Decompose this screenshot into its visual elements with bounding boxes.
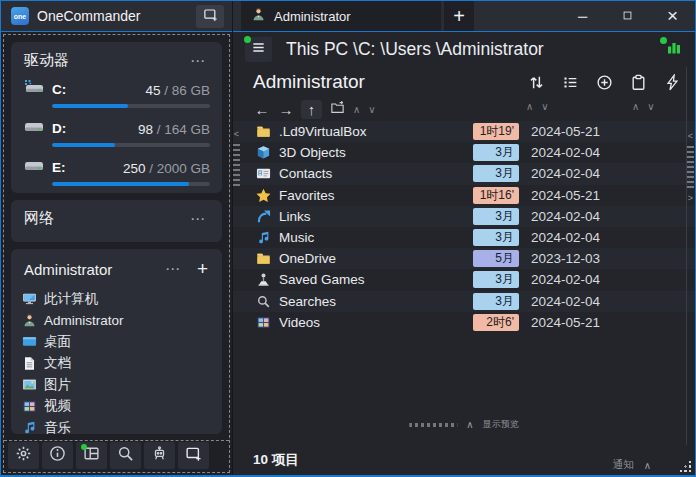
sidebar-item-文档[interactable]: 文档 (21, 353, 216, 375)
sort-button[interactable] (528, 74, 545, 91)
favorites-menu-button[interactable]: ⋯ (161, 260, 185, 278)
drives-menu-button[interactable]: ⋯ (186, 52, 210, 70)
collapse-right-icon[interactable]: < (688, 131, 693, 141)
modified-date: 2024-02-04 (531, 272, 611, 287)
desktop-icon (21, 334, 37, 349)
modified-badge: 2时6' (473, 314, 519, 331)
resize-grip[interactable] (677, 460, 692, 473)
new-window-icon (185, 445, 202, 466)
film-icon (21, 399, 37, 414)
table-row[interactable]: .Ld9VirtualBox 1时19' 2024-05-21 (233, 121, 695, 142)
file-name: Favorites (279, 188, 473, 203)
table-row[interactable]: Music 3月 2024-02-04 (233, 227, 695, 248)
onecommander-window: one OneCommander 驱动器 ⋯ C: 45 / 86 GB D: (0, 0, 696, 477)
new-window-button-2[interactable] (178, 442, 209, 469)
preview-toggle[interactable]: ∧ 显示预览 (409, 418, 518, 431)
table-row[interactable]: Links 3月 2024-02-04 (233, 206, 695, 227)
history-down-button[interactable]: ∨ (364, 104, 379, 115)
table-row[interactable]: OneDrive 5月 2023-12-03 (233, 248, 695, 269)
app-titlebar[interactable]: one OneCommander (1, 1, 232, 32)
file-list: .Ld9VirtualBox 1时19' 2024-05-21 3D Objec… (233, 121, 695, 333)
drive-total: / 2000 GB (145, 161, 210, 176)
notifications-label[interactable]: 通知 (613, 458, 634, 472)
modified-badge: 3月 (473, 271, 519, 288)
path-menu-button[interactable] (245, 37, 272, 62)
layout-button[interactable] (76, 442, 107, 469)
drag-grip[interactable] (409, 423, 457, 427)
network-menu-button[interactable]: ⋯ (186, 210, 210, 228)
new-window-button[interactable] (196, 5, 224, 28)
nav-row: ← → ↑ ∧ ∨ ∧∨ ∧∨ (233, 97, 695, 121)
maximize-button[interactable] (605, 1, 650, 31)
sidebar-item-视频[interactable]: 视频 (21, 396, 216, 418)
favorites-add-button[interactable]: + (185, 258, 210, 280)
paste-button[interactable] (630, 74, 647, 91)
open-folder-button[interactable] (325, 100, 349, 119)
items-count: 10 项目 (253, 451, 299, 469)
music-icon (21, 420, 37, 434)
sidebar-item-Administrator[interactable]: Administrator (21, 310, 216, 332)
new-window-icon (203, 7, 218, 26)
splitter-grip[interactable] (687, 146, 694, 188)
table-row[interactable]: Saved Games 3月 2024-02-04 (233, 269, 695, 290)
search-button[interactable] (110, 442, 141, 469)
modified-badge: 1时19' (473, 123, 519, 140)
date-column-sort[interactable]: ∧∨ (632, 101, 663, 112)
table-row[interactable]: 3D Objects 3月 2024-02-04 (233, 142, 695, 163)
left-panel: one OneCommander 驱动器 ⋯ C: 45 / 86 GB D: (1, 1, 233, 475)
file-name: OneDrive (279, 251, 473, 266)
close-button[interactable]: × (650, 1, 695, 31)
app-logo-icon: one (11, 7, 29, 25)
tab-administrator[interactable]: Administrator (241, 1, 441, 31)
star-icon (255, 188, 272, 203)
table-row[interactable]: Searches 3月 2024-02-04 (233, 291, 695, 312)
column-view-button[interactable] (663, 39, 685, 61)
view-mode-button[interactable] (562, 74, 579, 91)
lightning-icon (664, 74, 681, 91)
left-splitter[interactable]: < (233, 129, 240, 191)
new-tab-button[interactable]: + (444, 1, 474, 31)
back-button[interactable]: ← (250, 101, 274, 118)
drive-total: / 164 GB (153, 122, 210, 137)
modified-date: 2024-02-04 (531, 230, 611, 245)
drive-icon (24, 119, 44, 138)
chevron-up-icon[interactable]: ∧ (644, 460, 651, 471)
settings-button[interactable] (8, 442, 39, 469)
drive-row[interactable]: D: 98 / 164 GB (11, 115, 222, 154)
info-button[interactable] (42, 442, 73, 469)
drive-row[interactable]: E: 250 / 2000 GB (11, 154, 222, 193)
expand-right-icon[interactable]: > (688, 193, 693, 203)
drive-list: C: 45 / 86 GB D: 98 / 164 GB E: 250 / 20… (11, 76, 222, 193)
splitter-grip[interactable] (233, 144, 240, 186)
history-up-button[interactable]: ∧ (349, 104, 364, 115)
minimize-button[interactable]: ─ (560, 1, 605, 31)
actions-button[interactable] (664, 74, 681, 91)
drive-icon (24, 158, 44, 177)
table-row[interactable]: Favorites 1时16' 2024-05-21 (233, 185, 695, 206)
new-item-button[interactable] (596, 74, 613, 91)
automation-button[interactable] (144, 442, 175, 469)
forward-button[interactable]: → (274, 101, 298, 118)
breadcrumb[interactable]: This PC \C: \Users \Administrator (286, 39, 663, 60)
sidebar-item-label: 图片 (44, 376, 71, 394)
drive-row[interactable]: C: 45 / 86 GB (11, 76, 222, 115)
file-name: Links (279, 209, 473, 224)
robot-icon (151, 445, 168, 466)
sidebar-item-此计算机[interactable]: 此计算机 (21, 288, 216, 310)
status-bar: 10 项目 通知 ∧ (233, 445, 695, 475)
sidebar-item-图片[interactable]: 图片 (21, 374, 216, 396)
table-row[interactable]: Contacts 3月 2024-02-04 (233, 163, 695, 184)
collapse-left-icon[interactable]: < (234, 129, 239, 139)
drives-card: 驱动器 ⋯ C: 45 / 86 GB D: 98 / 164 GB E: 25… (11, 42, 222, 193)
drive-usage-bar (52, 143, 210, 147)
sidebar-item-音乐[interactable]: 音乐 (21, 417, 216, 434)
up-button[interactable]: ↑ (301, 100, 322, 119)
badge-column-sort[interactable]: ∧∨ (526, 101, 557, 112)
computer-icon (21, 291, 37, 306)
file-name: Saved Games (279, 272, 473, 287)
table-row[interactable]: Videos 2时6' 2024-05-21 (233, 312, 695, 333)
right-splitter[interactable]: < > (687, 131, 694, 203)
search-icon (255, 294, 272, 309)
sidebar-item-桌面[interactable]: 桌面 (21, 331, 216, 353)
folder-icon (255, 124, 272, 139)
